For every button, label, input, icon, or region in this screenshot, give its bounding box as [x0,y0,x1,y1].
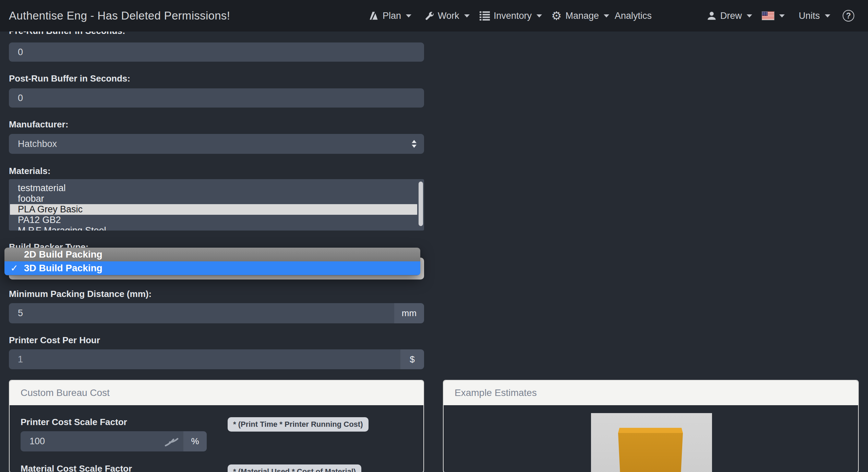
materials-listbox[interactable]: testmaterial foobar PLA Grey Basic PA12 … [9,179,424,231]
nav-inventory-label: Inventory [494,11,532,21]
wrench-icon [424,11,434,21]
chevron-down-icon [825,14,830,17]
printer-scale-unit: % [183,431,207,451]
printer-scale-label: Printer Cost Scale Factor [21,417,127,427]
nav-work-label: Work [438,11,459,21]
nav-user-label: Drew [720,11,742,21]
manufacturer-label: Manufacturer: [9,119,68,130]
page: Pre-Run Buffer in Seconds: 0 Post-Run Bu… [0,0,868,472]
chevron-down-icon [537,14,542,17]
material-option[interactable]: M.P.F Maraging Steel [9,225,424,231]
nav-analytics[interactable]: Analytics [615,0,652,32]
printer-scale-hint-badge: * (Print Time * Printer Running Cost) [228,417,369,432]
printer-scale-input[interactable]: 100 [21,431,183,451]
material-scale-label: Material Cost Scale Factor [21,463,132,472]
question-circle-icon: ? [843,10,854,22]
nav-inventory[interactable]: Inventory [480,0,542,32]
min-packing-unit: mm [394,303,424,323]
top-navbar: Authentise Eng - Has Deleted Permissions… [0,0,868,32]
us-flag-icon [762,11,774,20]
material-option[interactable]: PA12 GB2 [9,215,424,225]
chevron-down-icon [604,14,609,17]
nav-manage[interactable]: ⚙ Manage [551,0,609,32]
material-option[interactable]: testmaterial [9,183,424,194]
nav-plan-label: Plan [383,11,401,21]
nav-work[interactable]: Work [424,0,470,32]
material-scale-hint-badge: * (Material Used * Cost of Material) [228,464,361,472]
list-icon [480,11,490,21]
nav-plan[interactable]: Plan [369,0,411,32]
nav-help[interactable]: ? [843,0,854,32]
printer-scale-value: 100 [29,436,45,447]
manufacturer-select[interactable]: Hatchbox [9,134,424,154]
custom-bureau-cost-panel: Custom Bureau Cost Printer Cost Scale Fa… [9,380,424,472]
printer-cost-input[interactable]: 1 [9,349,400,369]
min-packing-group: 5 mm [9,303,424,323]
chevron-down-icon [747,14,752,17]
materials-label: Materials: [9,166,50,176]
printer-cost-unit: $ [400,349,424,369]
nav-units-menu[interactable]: Units [799,0,830,32]
nav-locale-menu[interactable] [762,0,785,32]
material-option[interactable]: foobar [9,194,424,204]
min-packing-input[interactable]: 5 [9,303,394,323]
dropdown-option-label: 3D Build Packing [24,263,103,274]
road-icon [369,11,379,21]
example-estimates-panel: Example Estimates [443,380,859,472]
orange-box-front [591,413,712,472]
chevron-down-icon [464,14,470,17]
printer-scale-group: 100 % [21,431,207,451]
nav-analytics-label: Analytics [615,11,652,21]
printer-cost-group: 1 $ [9,349,424,369]
dropdown-option-3d-selected[interactable]: ✓ 3D Build Packing [4,261,420,275]
gear-icon: ⚙ [551,10,562,22]
cursor-glyph [164,436,179,447]
estimate-preview-image [591,413,712,472]
custom-bureau-cost-header: Custom Bureau Cost [10,381,423,405]
nav-user-menu[interactable]: Drew [707,0,752,32]
nav-units-label: Units [799,11,820,21]
min-packing-label: Minimum Packing Distance (mm): [9,289,152,299]
post-run-buffer-input[interactable]: 0 [9,88,424,108]
app-title: Authentise Eng - Has Deleted Permissions… [9,0,230,32]
post-run-buffer-label: Post-Run Buffer in Seconds: [9,73,130,84]
select-stepper-icon [412,140,417,148]
pre-run-buffer-input[interactable]: 0 [9,42,424,62]
manufacturer-value: Hatchbox [18,139,57,149]
material-option-selected[interactable]: PLA Grey Basic [10,204,417,215]
dropdown-option-2d[interactable]: 2D Build Packing [4,248,420,261]
materials-scrollbar[interactable] [419,182,423,226]
chevron-down-icon [406,14,411,17]
printer-cost-label: Printer Cost Per Hour [9,335,100,346]
nav-manage-label: Manage [565,11,599,21]
chevron-down-icon [779,14,785,17]
example-estimates-header: Example Estimates [444,381,858,405]
checkmark-icon: ✓ [4,263,24,274]
build-packer-dropdown: 2D Build Packing ✓ 3D Build Packing [4,248,420,275]
person-icon [707,11,716,21]
